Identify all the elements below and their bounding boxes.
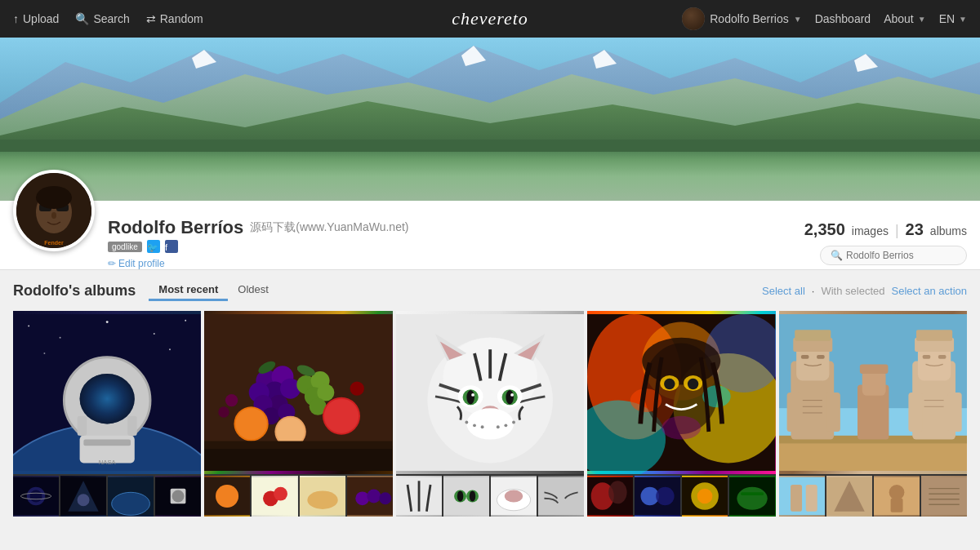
- svg-point-106: [480, 425, 483, 428]
- svg-rect-168: [938, 355, 946, 359]
- svg-rect-170: [947, 393, 961, 432]
- cover-image: [0, 38, 980, 201]
- mountains-svg: [0, 38, 980, 152]
- svg-point-26: [169, 348, 171, 350]
- album-thumbs-4: [587, 476, 775, 517]
- stats-counts: 2,350 images | 23 albums: [804, 220, 967, 239]
- svg-point-21: [60, 337, 61, 339]
- album-thumb-2-3: [300, 476, 345, 517]
- select-action-dropdown[interactable]: Select an action: [891, 285, 967, 297]
- svg-point-101: [510, 393, 514, 397]
- svg-point-44: [78, 494, 90, 506]
- twitter-icon[interactable]: 🐦: [147, 240, 160, 253]
- profile-search-input[interactable]: [846, 250, 956, 261]
- facebook-icon[interactable]: f: [165, 240, 178, 253]
- album-thumb-5-1: [779, 476, 825, 517]
- svg-text:NASA: NASA: [99, 459, 117, 466]
- album-card-5[interactable]: [779, 311, 967, 517]
- album-grid: NASA: [13, 311, 967, 517]
- select-all-button[interactable]: Select all: [762, 285, 805, 297]
- svg-point-141: [608, 481, 626, 503]
- album-thumb-1-4: [155, 476, 201, 517]
- nav-right: Rodolfo Berrios ▼ Dashboard About ▼ EN ▼: [682, 7, 967, 30]
- upload-button[interactable]: ↑ Upload: [13, 12, 59, 25]
- album-thumb-1-2: [60, 476, 106, 517]
- album-thumb-2-4: [347, 476, 393, 517]
- profile-avatar: Fender: [13, 170, 95, 251]
- profile-info: Rodolfo Berríos 源码下载(www.YuanMaWu.net) g…: [108, 211, 804, 269]
- album-thumb-4-1: [587, 476, 633, 517]
- avatar-image: Fender: [16, 173, 91, 248]
- album-thumb-1-3: [108, 476, 154, 517]
- album-thumb-3-2: [443, 476, 489, 517]
- album-thumb-2-1: [204, 476, 250, 517]
- svg-rect-172: [862, 370, 885, 396]
- svg-point-84: [274, 487, 288, 501]
- album-card-1[interactable]: NASA: [13, 311, 201, 517]
- profile-name-row: Rodolfo Berríos 源码下载(www.YuanMaWu.net): [108, 217, 804, 238]
- godlike-badge: godlike: [108, 242, 142, 252]
- album-thumbs-5: [779, 476, 967, 517]
- album-card-2[interactable]: [204, 311, 392, 517]
- album-thumbs-1: [13, 476, 201, 517]
- album-card-4[interactable]: [587, 311, 775, 517]
- random-button[interactable]: ⇄ Random: [146, 12, 203, 25]
- album-thumb-5-3: [874, 476, 920, 517]
- svg-rect-180: [791, 485, 802, 512]
- svg-rect-160: [817, 355, 825, 359]
- svg-rect-167: [922, 355, 930, 359]
- svg-point-98: [466, 390, 474, 404]
- album-thumb-5-4: [921, 476, 967, 517]
- album-thumbs-2: [204, 476, 392, 517]
- svg-point-105: [473, 424, 476, 427]
- album-thumb-5-2: [826, 476, 872, 517]
- svg-point-134: [664, 379, 675, 389]
- svg-rect-36: [78, 416, 87, 436]
- svg-point-40: [30, 490, 42, 503]
- nav-avatar: [682, 7, 705, 30]
- profile-search-bar[interactable]: 🔍: [820, 246, 967, 265]
- svg-rect-186: [890, 499, 902, 512]
- search-button[interactable]: 🔍 Search: [75, 12, 129, 25]
- profile-username: Rodolfo Berríos: [108, 217, 243, 238]
- svg-text:Fender: Fender: [44, 240, 64, 246]
- svg-point-68: [236, 408, 267, 439]
- svg-rect-158: [795, 330, 831, 340]
- svg-point-24: [185, 320, 186, 322]
- svg-point-25: [43, 353, 45, 354]
- album-thumb-4-3: [682, 476, 728, 517]
- svg-rect-161: [786, 393, 800, 432]
- svg-point-138: [662, 416, 701, 440]
- svg-point-15: [36, 186, 72, 209]
- svg-point-144: [656, 487, 674, 505]
- language-button[interactable]: EN ▼: [939, 12, 967, 25]
- albums-title: Rodolfo's albums: [13, 282, 136, 299]
- album-thumb-3-1: [396, 476, 442, 517]
- svg-rect-169: [908, 393, 922, 432]
- svg-point-23: [154, 333, 155, 335]
- brand-logo[interactable]: chevereto: [452, 8, 528, 29]
- svg-point-185: [889, 485, 904, 500]
- album-card-3[interactable]: [396, 311, 584, 517]
- svg-point-122: [505, 490, 523, 503]
- svg-rect-123: [538, 477, 584, 516]
- edit-profile-button[interactable]: ✏ Edit profile: [108, 258, 804, 269]
- svg-rect-34: [83, 440, 131, 446]
- profile-stats: 2,350 images | 23 albums 🔍: [804, 211, 967, 265]
- svg-point-135: [688, 379, 698, 389]
- random-icon: ⇄: [146, 12, 156, 25]
- profile-subtitle: godlike 🐦 f: [108, 240, 804, 253]
- svg-point-119: [470, 490, 475, 501]
- about-button[interactable]: About ▼: [884, 12, 926, 25]
- dashboard-button[interactable]: Dashboard: [815, 12, 871, 25]
- svg-point-86: [307, 490, 337, 508]
- user-menu[interactable]: Rodolfo Berrios ▼: [682, 7, 801, 30]
- svg-point-32: [80, 374, 135, 424]
- svg-rect-78: [204, 446, 392, 471]
- svg-text:🐦: 🐦: [147, 242, 158, 253]
- tab-most-recent[interactable]: Most recent: [149, 280, 228, 301]
- albums-tab-bar: Most recent Oldest: [149, 280, 278, 301]
- search-small-icon: 🔍: [831, 250, 843, 261]
- tab-oldest[interactable]: Oldest: [228, 280, 278, 301]
- albums-label: albums: [930, 224, 967, 237]
